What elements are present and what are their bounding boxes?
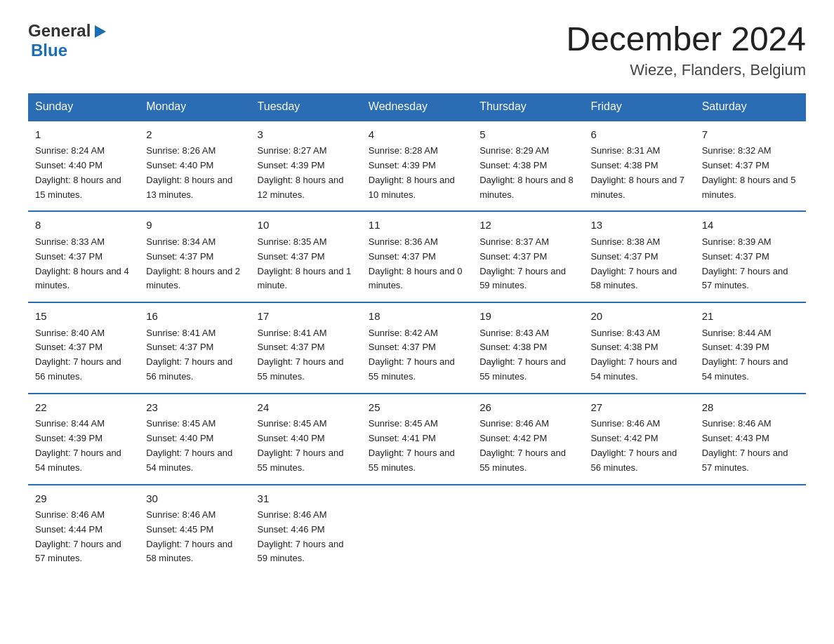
day-info: Sunrise: 8:45 AMSunset: 4:40 PMDaylight:… [258, 417, 355, 475]
day-number: 27 [590, 400, 687, 416]
day-info: Sunrise: 8:39 AMSunset: 4:37 PMDaylight:… [702, 235, 799, 293]
day-info: Sunrise: 8:37 AMSunset: 4:37 PMDaylight:… [479, 235, 576, 293]
day-cell: 19Sunrise: 8:43 AMSunset: 4:38 PMDayligh… [472, 302, 583, 394]
day-number: 17 [258, 309, 355, 325]
col-header-tuesday: Tuesday [251, 93, 362, 121]
calendar-header-row: SundayMondayTuesdayWednesdayThursdayFrid… [28, 93, 806, 121]
day-cell: 30Sunrise: 8:46 AMSunset: 4:45 PMDayligh… [139, 485, 250, 575]
page-header: General Blue December 2024 Wieze, Flande… [28, 21, 806, 79]
day-info: Sunrise: 8:27 AMSunset: 4:39 PMDaylight:… [258, 144, 355, 202]
day-number: 28 [702, 400, 799, 416]
day-number: 11 [369, 217, 465, 234]
day-info: Sunrise: 8:46 AMSunset: 4:42 PMDaylight:… [590, 417, 687, 475]
day-cell: 20Sunrise: 8:43 AMSunset: 4:38 PMDayligh… [583, 302, 694, 394]
day-info: Sunrise: 8:44 AMSunset: 4:39 PMDaylight:… [702, 326, 799, 384]
title-block: December 2024 Wieze, Flanders, Belgium [566, 21, 806, 79]
day-info: Sunrise: 8:46 AMSunset: 4:45 PMDaylight:… [146, 508, 243, 566]
day-number: 10 [258, 217, 355, 234]
day-cell: 25Sunrise: 8:45 AMSunset: 4:41 PMDayligh… [362, 394, 472, 485]
day-cell [472, 485, 583, 575]
day-cell: 8Sunrise: 8:33 AMSunset: 4:37 PMDaylight… [28, 211, 139, 302]
day-number: 24 [258, 400, 355, 416]
day-info: Sunrise: 8:33 AMSunset: 4:37 PMDaylight:… [35, 235, 132, 293]
day-number: 16 [146, 309, 243, 325]
day-number: 29 [35, 491, 132, 507]
day-cell: 16Sunrise: 8:41 AMSunset: 4:37 PMDayligh… [139, 302, 250, 394]
col-header-sunday: Sunday [28, 93, 139, 121]
day-number: 21 [702, 309, 799, 325]
day-cell: 29Sunrise: 8:46 AMSunset: 4:44 PMDayligh… [28, 485, 139, 575]
day-info: Sunrise: 8:45 AMSunset: 4:41 PMDaylight:… [369, 417, 465, 475]
day-cell: 14Sunrise: 8:39 AMSunset: 4:37 PMDayligh… [695, 211, 806, 302]
day-cell: 31Sunrise: 8:46 AMSunset: 4:46 PMDayligh… [251, 485, 362, 575]
day-cell: 9Sunrise: 8:34 AMSunset: 4:37 PMDaylight… [139, 211, 250, 302]
day-number: 14 [702, 217, 799, 234]
day-number: 8 [35, 217, 132, 234]
day-number: 15 [35, 309, 132, 325]
day-number: 30 [146, 491, 243, 507]
day-info: Sunrise: 8:44 AMSunset: 4:39 PMDaylight:… [35, 417, 132, 475]
day-cell: 12Sunrise: 8:37 AMSunset: 4:37 PMDayligh… [472, 211, 583, 302]
week-row-2: 8Sunrise: 8:33 AMSunset: 4:37 PMDaylight… [28, 211, 806, 302]
day-cell: 5Sunrise: 8:29 AMSunset: 4:38 PMDaylight… [472, 121, 583, 212]
calendar-table: SundayMondayTuesdayWednesdayThursdayFrid… [28, 93, 806, 575]
day-info: Sunrise: 8:34 AMSunset: 4:37 PMDaylight:… [146, 235, 243, 293]
day-info: Sunrise: 8:36 AMSunset: 4:37 PMDaylight:… [369, 235, 465, 293]
day-info: Sunrise: 8:35 AMSunset: 4:37 PMDaylight:… [258, 235, 355, 293]
day-info: Sunrise: 8:28 AMSunset: 4:39 PMDaylight:… [369, 144, 465, 202]
day-number: 3 [258, 127, 355, 143]
day-cell: 17Sunrise: 8:41 AMSunset: 4:37 PMDayligh… [251, 302, 362, 394]
day-info: Sunrise: 8:43 AMSunset: 4:38 PMDaylight:… [590, 326, 687, 384]
day-number: 23 [146, 400, 243, 416]
day-number: 1 [35, 127, 132, 143]
col-header-thursday: Thursday [472, 93, 583, 121]
day-number: 20 [590, 309, 687, 325]
day-cell: 21Sunrise: 8:44 AMSunset: 4:39 PMDayligh… [695, 302, 806, 394]
day-info: Sunrise: 8:43 AMSunset: 4:38 PMDaylight:… [479, 326, 576, 384]
day-cell: 11Sunrise: 8:36 AMSunset: 4:37 PMDayligh… [362, 211, 472, 302]
day-number: 6 [590, 127, 687, 143]
col-header-saturday: Saturday [695, 93, 806, 121]
location-title: Wieze, Flanders, Belgium [566, 61, 806, 79]
day-cell: 13Sunrise: 8:38 AMSunset: 4:37 PMDayligh… [583, 211, 694, 302]
day-number: 12 [479, 217, 576, 234]
col-header-monday: Monday [139, 93, 250, 121]
day-cell: 24Sunrise: 8:45 AMSunset: 4:40 PMDayligh… [251, 394, 362, 485]
day-cell: 26Sunrise: 8:46 AMSunset: 4:42 PMDayligh… [472, 394, 583, 485]
day-info: Sunrise: 8:46 AMSunset: 4:44 PMDaylight:… [35, 508, 132, 566]
day-cell: 22Sunrise: 8:44 AMSunset: 4:39 PMDayligh… [28, 394, 139, 485]
day-number: 25 [369, 400, 465, 416]
week-row-5: 29Sunrise: 8:46 AMSunset: 4:44 PMDayligh… [28, 485, 806, 575]
day-cell: 1Sunrise: 8:24 AMSunset: 4:40 PMDaylight… [28, 121, 139, 212]
day-cell [362, 485, 472, 575]
day-number: 4 [369, 127, 465, 143]
day-cell: 28Sunrise: 8:46 AMSunset: 4:43 PMDayligh… [695, 394, 806, 485]
day-info: Sunrise: 8:42 AMSunset: 4:37 PMDaylight:… [369, 326, 465, 384]
month-title: December 2024 [566, 21, 806, 58]
day-cell [583, 485, 694, 575]
day-cell: 15Sunrise: 8:40 AMSunset: 4:37 PMDayligh… [28, 302, 139, 394]
day-info: Sunrise: 8:41 AMSunset: 4:37 PMDaylight:… [146, 326, 243, 384]
day-info: Sunrise: 8:46 AMSunset: 4:43 PMDaylight:… [702, 417, 799, 475]
day-info: Sunrise: 8:24 AMSunset: 4:40 PMDaylight:… [35, 144, 132, 202]
day-cell: 10Sunrise: 8:35 AMSunset: 4:37 PMDayligh… [251, 211, 362, 302]
day-info: Sunrise: 8:31 AMSunset: 4:38 PMDaylight:… [590, 144, 687, 202]
day-info: Sunrise: 8:40 AMSunset: 4:37 PMDaylight:… [35, 326, 132, 384]
day-cell: 18Sunrise: 8:42 AMSunset: 4:37 PMDayligh… [362, 302, 472, 394]
day-cell [695, 485, 806, 575]
day-info: Sunrise: 8:45 AMSunset: 4:40 PMDaylight:… [146, 417, 243, 475]
day-cell: 3Sunrise: 8:27 AMSunset: 4:39 PMDaylight… [251, 121, 362, 212]
day-info: Sunrise: 8:26 AMSunset: 4:40 PMDaylight:… [146, 144, 243, 202]
logo: General Blue [28, 21, 107, 60]
day-number: 9 [146, 217, 243, 234]
day-cell: 27Sunrise: 8:46 AMSunset: 4:42 PMDayligh… [583, 394, 694, 485]
col-header-friday: Friday [583, 93, 694, 121]
day-cell: 6Sunrise: 8:31 AMSunset: 4:38 PMDaylight… [583, 121, 694, 212]
logo-arrow-icon [92, 24, 107, 39]
day-number: 22 [35, 400, 132, 416]
week-row-3: 15Sunrise: 8:40 AMSunset: 4:37 PMDayligh… [28, 302, 806, 394]
day-number: 5 [479, 127, 576, 143]
day-number: 31 [258, 491, 355, 507]
day-info: Sunrise: 8:46 AMSunset: 4:42 PMDaylight:… [479, 417, 576, 475]
day-cell: 2Sunrise: 8:26 AMSunset: 4:40 PMDaylight… [139, 121, 250, 212]
